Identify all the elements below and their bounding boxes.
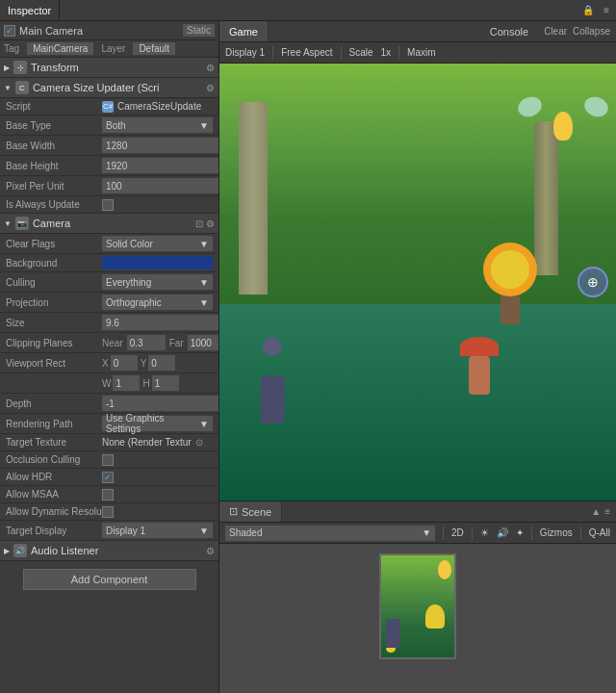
allow-hdr-checkbox[interactable]: ✓ <box>102 472 114 483</box>
culling-mask-prop-row: Culling Everything ▼ <box>0 272 218 293</box>
size-input[interactable] <box>102 315 218 330</box>
scene-2d-button[interactable]: 2D <box>451 527 464 538</box>
game-tab[interactable]: Game <box>219 21 269 41</box>
clear-button[interactable]: Clear <box>544 26 567 37</box>
background-color[interactable] <box>102 256 213 270</box>
transform-actions: ⚙ <box>206 63 215 73</box>
culling-mask-dropdown[interactable]: Everything ▼ <box>102 274 213 290</box>
occlusion-culling-label: Occlusion Culling <box>6 454 102 465</box>
maximize-button[interactable]: Maxim <box>407 47 435 58</box>
tag-value[interactable]: MainCamera <box>27 42 93 55</box>
nav-arrow[interactable]: ⊕ <box>578 267 608 297</box>
add-component-button[interactable]: Add Component <box>23 569 196 590</box>
h-input[interactable] <box>152 375 179 391</box>
audio-listener-section-header[interactable]: ▶ 🔊 Audio Listener ⚙ <box>0 541 218 561</box>
lock-icon[interactable]: 🔒 <box>579 4 597 16</box>
scene-tab[interactable]: ⊡ Scene <box>219 501 282 522</box>
target-texture-pick-icon[interactable]: ⊙ <box>195 437 203 448</box>
depth-input[interactable] <box>102 396 218 411</box>
collapse-scene-btn[interactable]: ▲ <box>591 506 601 517</box>
camera-icon: 📷 <box>15 217 29 230</box>
pixel-per-unit-label: Pixel Per Unit <box>6 181 102 192</box>
base-height-input[interactable] <box>102 158 218 173</box>
size-prop-row: Size <box>0 313 218 333</box>
warrior-body <box>261 375 285 424</box>
background-prop-row: Background <box>0 254 218 272</box>
shaded-dropdown[interactable]: Shaded ▼ <box>225 526 435 541</box>
x-input[interactable] <box>111 355 138 371</box>
transform-settings-icon[interactable]: ⚙ <box>206 63 215 73</box>
scene-menu-btn[interactable]: ≡ <box>604 506 610 517</box>
base-type-dropdown[interactable]: Both ▼ <box>102 117 213 133</box>
object-name: Main Camera <box>19 25 179 37</box>
audio-listener-settings-icon[interactable]: ⚙ <box>206 546 215 556</box>
near-input[interactable] <box>127 335 166 350</box>
console-controls: Clear Collapse <box>538 21 616 41</box>
y-input[interactable] <box>148 355 175 371</box>
camera-render-icon[interactable]: ⊡ <box>195 218 203 229</box>
allow-msaa-checkbox[interactable] <box>102 489 114 500</box>
w-group: W <box>102 375 140 391</box>
clear-flags-dropdown[interactable]: Solid Color ▼ <box>102 236 213 251</box>
pixel-per-unit-input[interactable] <box>102 178 218 193</box>
viewport-wh-prop-row: W H <box>0 373 218 394</box>
projection-dropdown[interactable]: Orthographic ▼ <box>102 295 213 310</box>
camera-settings-icon[interactable]: ⚙ <box>206 218 215 229</box>
console-tab[interactable]: Console <box>480 21 538 41</box>
layer-label: Layer <box>101 43 125 54</box>
gizmos-button[interactable]: Gizmos <box>540 527 573 538</box>
inspector-panel: ✓ Main Camera Static Tag MainCamera Laye… <box>0 21 219 693</box>
projection-label: Projection <box>6 297 102 308</box>
w-input[interactable] <box>113 375 140 391</box>
inspector-content: ▶ ⊹ Transform ⚙ ▼ C Camera Size Updater … <box>0 58 218 693</box>
camera-section-header[interactable]: ▼ 📷 Camera ⊡ ⚙ <box>0 214 218 234</box>
scene-fx-icon[interactable]: ✦ <box>516 527 524 538</box>
script-ref-value: CameraSizeUpdate <box>117 101 201 112</box>
layer-value[interactable]: Default <box>133 42 175 55</box>
scene-audio-icon[interactable]: 🔊 <box>497 527 508 538</box>
occlusion-culling-checkbox[interactable] <box>102 454 114 466</box>
game-tab-label: Game <box>229 26 258 38</box>
camera-updater-title: Camera Size Updater (Scri <box>33 82 202 93</box>
far-input[interactable] <box>188 335 218 350</box>
rendering-path-dropdown[interactable]: Use Graphics Settings ▼ <box>102 416 213 431</box>
inspector-tab[interactable]: Inspector <box>0 0 60 20</box>
camera-updater-triangle: ▼ <box>4 84 12 92</box>
projection-value: Orthographic <box>106 297 162 308</box>
clipping-planes-label: Clipping Planes <box>6 338 102 348</box>
quality-selector[interactable]: Q-All <box>589 527 610 538</box>
camera-updater-icon: C <box>15 81 29 94</box>
viewport-xy-group: X Y <box>102 355 213 371</box>
inspector-tab-label: Inspector <box>8 5 51 16</box>
clipping-planes-nearfar: Near Far <box>102 335 218 350</box>
rendering-path-arrow: ▼ <box>199 419 209 429</box>
target-display-label: Target Display <box>6 526 102 536</box>
tag-row: Tag MainCamera Layer Default <box>0 40 218 58</box>
right-panel: Game Console Clear Collapse Display 1 Fr… <box>219 21 616 693</box>
size-label: Size <box>6 318 102 328</box>
object-active-checkbox[interactable]: ✓ <box>4 25 15 37</box>
allow-dynamic-checkbox[interactable] <box>102 506 114 518</box>
tab-spacer <box>269 21 480 41</box>
allow-msaa-label: Allow MSAA <box>6 489 102 500</box>
target-display-dropdown[interactable]: Display 1 ▼ <box>102 523 213 538</box>
allow-hdr-prop-row: Allow HDR ✓ <box>0 469 218 486</box>
menu-icon[interactable]: ≡ <box>601 4 612 16</box>
target-display-value: Display 1 <box>106 526 145 536</box>
base-width-input[interactable] <box>102 138 218 153</box>
scale-value[interactable]: 1x <box>381 47 392 58</box>
aspect-selector[interactable]: Free Aspect <box>281 47 332 58</box>
is-always-update-checkbox[interactable] <box>102 199 114 211</box>
base-type-label: Base Type <box>6 120 102 131</box>
display-selector[interactable]: Display 1 <box>225 47 265 58</box>
base-height-prop-row: Base Height <box>0 156 218 176</box>
mush-cap <box>460 337 499 356</box>
thumb-char2 <box>386 619 400 648</box>
collapse-button[interactable]: Collapse <box>573 26 610 37</box>
transform-section-header[interactable]: ▶ ⊹ Transform ⚙ <box>0 58 218 78</box>
scene-light-icon[interactable]: ☀ <box>480 527 489 538</box>
camera-updater-settings-icon[interactable]: ⚙ <box>206 83 215 93</box>
scene-bottom-panel: ⊡ Scene ▲ ≡ Shaded ▼ 2D ☀ 🔊 ✦ <box>219 500 616 693</box>
right-top-tabs: Game Console Clear Collapse <box>219 21 616 42</box>
camera-updater-section-header[interactable]: ▼ C Camera Size Updater (Scri ⚙ <box>0 78 218 98</box>
